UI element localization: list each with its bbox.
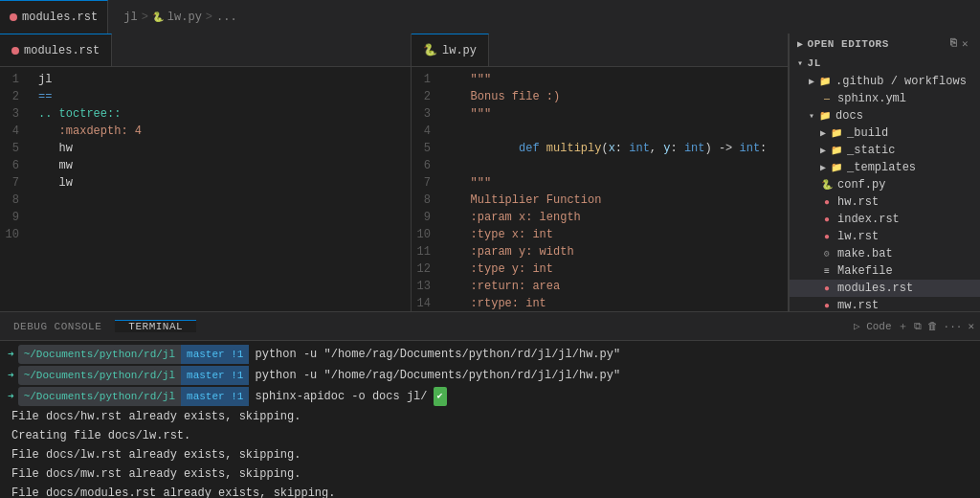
terminal-output-1: File docs/hw.rst already exists, skippin… bbox=[8, 408, 972, 425]
chevron-templates: ▶ bbox=[820, 162, 826, 173]
rst-icon-index: ● bbox=[820, 213, 834, 226]
term-cmd-2: python -u "/home/rag/Documents/python/rd… bbox=[255, 367, 620, 384]
output-line-3: File docs/lw.rst already exists, skippin… bbox=[8, 446, 301, 464]
templates-label: _templates bbox=[847, 161, 916, 174]
green-badge-1: ✔ bbox=[434, 387, 447, 406]
code-line: hw bbox=[38, 140, 403, 157]
rst-icon-modules: ● bbox=[820, 282, 834, 295]
rst-icon-hw: ● bbox=[820, 195, 834, 209]
makefile-docs-label: Makefile bbox=[837, 264, 893, 278]
tab-terminal[interactable]: TERMINAL bbox=[115, 320, 196, 332]
open-editors-section[interactable]: ▶ OPEN EDITORS ⎘ ✕ bbox=[790, 34, 980, 54]
output-line-4: File docs/mw.rst already exists, skippin… bbox=[8, 465, 301, 483]
line-numbers-right: 12345 678910 1112131415 1617 bbox=[412, 67, 442, 311]
makebat-label: make.bat bbox=[837, 247, 893, 260]
sidebar-item-templates[interactable]: ▶ 📁 _templates bbox=[790, 159, 980, 176]
sidebar-item-makebat[interactable]: ⚙ make.bat bbox=[790, 245, 980, 262]
open-editors-label: OPEN EDITORS bbox=[808, 38, 889, 50]
indexrst-label: index.rst bbox=[837, 213, 900, 226]
static-label: _static bbox=[847, 144, 895, 157]
close-panel-icon[interactable]: ✕ bbox=[968, 320, 974, 332]
code-line: """ bbox=[450, 174, 780, 192]
terminal-output-5: File docs/modules.rst already exists, sk… bbox=[8, 485, 972, 498]
sidebar-item-makefile-docs[interactable]: ≡ Makefile bbox=[790, 262, 980, 280]
folder-icon-templates: 📁 bbox=[830, 161, 843, 174]
code-line: .. toctree:: bbox=[38, 105, 403, 123]
prompt-branch-3: master !1 bbox=[181, 387, 249, 406]
sidebar-item-docs[interactable]: ▾ 📁 docs bbox=[790, 107, 980, 124]
sidebar-item-lwrst[interactable]: ● lw.rst bbox=[790, 228, 980, 245]
save-all-icon[interactable]: ⎘ bbox=[950, 37, 958, 50]
tab-debug-console[interactable]: DEBUG CONSOLE bbox=[0, 321, 115, 332]
chevron-docs: ▾ bbox=[809, 110, 814, 122]
editor-tab-label-right: lw.py bbox=[442, 44, 477, 57]
prompt-path-1: ~/Documents/python/rd/jl bbox=[18, 345, 181, 364]
editor-body-right: 12345 678910 1112131415 1617 """ Bonus f… bbox=[412, 67, 788, 311]
sidebar-item-modulesrst[interactable]: ● modules.rst bbox=[790, 280, 980, 297]
code-line: jl bbox=[38, 71, 403, 88]
rst-icon-mw: ● bbox=[820, 299, 834, 311]
sidebar-item-indexrst[interactable]: ● index.rst bbox=[790, 211, 980, 228]
editor-body-left: 12345 678910 jl == .. toctree:: :maxdept… bbox=[0, 67, 411, 311]
arrow-icon-3: ➜ bbox=[8, 388, 14, 405]
arrow-icon-1: ➜ bbox=[8, 346, 14, 363]
breadcrumb-lwpy: lw.py bbox=[167, 11, 202, 24]
breadcrumb-sep1: > bbox=[142, 11, 148, 24]
more-icon[interactable]: ··· bbox=[944, 321, 963, 332]
bottom-tabs-bar: DEBUG CONSOLE TERMINAL ▷ Code ＋ ⧉ 🗑 ··· … bbox=[0, 312, 980, 341]
editor-tab-lwpy[interactable]: 🐍 lw.py bbox=[412, 34, 489, 66]
yaml-icon: — bbox=[820, 92, 834, 105]
python-icon-tab: 🐍 bbox=[423, 43, 437, 57]
close-all-icon[interactable]: ✕ bbox=[962, 37, 969, 50]
bat-icon: ⚙ bbox=[820, 247, 834, 260]
sidebar-item-hwrst[interactable]: ● hw.rst bbox=[790, 193, 980, 211]
code-line: :param x: length bbox=[450, 209, 780, 226]
terminal-content: ➜ ~/Documents/python/rd/jl master !1 pyt… bbox=[0, 341, 980, 498]
code-line: Bonus file :) bbox=[450, 88, 780, 105]
tab-label-left: modules.rst bbox=[22, 11, 98, 24]
term-cmd-3: sphinx-apidoc -o docs jl/ bbox=[255, 388, 427, 405]
editor-tabs-right: 🐍 lw.py bbox=[412, 34, 788, 67]
terminal-label: TERMINAL bbox=[128, 321, 183, 332]
code-dropdown[interactable]: ▷ Code bbox=[854, 320, 892, 332]
github-label: .github / workflows bbox=[835, 75, 967, 88]
tab-modules-rst[interactable]: modules.rst bbox=[0, 0, 108, 34]
breadcrumb-right: jl > 🐍 lw.py > ... bbox=[108, 11, 236, 24]
chevron-static: ▶ bbox=[820, 145, 826, 156]
docs-label: docs bbox=[835, 109, 863, 123]
terminal-toolbar: ▷ Code ＋ ⧉ 🗑 ··· ✕ bbox=[854, 319, 980, 333]
editor-tab-modules-rst[interactable]: modules.rst bbox=[0, 34, 112, 66]
code-line: mw bbox=[38, 157, 403, 174]
sidebar-item-static[interactable]: ▶ 📁 _static bbox=[790, 142, 980, 159]
chevron-github: ▶ bbox=[809, 76, 814, 87]
sidebar-item-sphinx-yml[interactable]: — sphinx.yml bbox=[790, 90, 980, 107]
python-icon-breadcrumb: 🐍 bbox=[152, 11, 164, 23]
code-line: Multiplier Function bbox=[450, 192, 780, 209]
tab-bar: modules.rst jl > 🐍 lw.py > ... bbox=[0, 0, 980, 34]
output-line-2: Creating file docs/lw.rst. bbox=[8, 427, 190, 444]
jl-section[interactable]: ▾ JL bbox=[790, 54, 980, 73]
sidebar-item-confpy[interactable]: 🐍 conf.py bbox=[790, 176, 980, 193]
sidebar-item-build[interactable]: ▶ 📁 _build bbox=[790, 124, 980, 142]
trash-icon[interactable]: 🗑 bbox=[927, 320, 938, 332]
prompt-branch-1: master !1 bbox=[181, 345, 249, 364]
output-line-1: File docs/hw.rst already exists, skippin… bbox=[8, 408, 301, 425]
code-line: def multiply(x: int, y: int) -> int: bbox=[450, 123, 780, 174]
sidebar-item-mwrst[interactable]: ● mw.rst bbox=[790, 297, 980, 311]
terminal-line-2: ➜ ~/Documents/python/rd/jl master !1 pyt… bbox=[8, 366, 972, 385]
code-line: :type y: int bbox=[450, 260, 780, 278]
terminal-output-2: Creating file docs/lw.rst. bbox=[8, 427, 972, 444]
split-terminal-icon[interactable]: ⧉ bbox=[914, 321, 922, 332]
line-numbers-left: 12345 678910 bbox=[0, 67, 31, 311]
rst-icon-left-tab bbox=[11, 47, 19, 55]
prompt-branch-2: master !1 bbox=[181, 366, 249, 385]
code-line: == bbox=[38, 88, 403, 105]
folder-icon-static: 📁 bbox=[830, 144, 843, 157]
folder-icon-github: 📁 bbox=[818, 75, 832, 88]
code-line: :rtype: int bbox=[450, 295, 780, 311]
add-terminal-icon[interactable]: ＋ bbox=[898, 319, 908, 333]
breadcrumb-ellipsis: ... bbox=[216, 11, 237, 24]
chevron-open-editors: ▶ bbox=[797, 38, 804, 50]
prompt-path-3: ~/Documents/python/rd/jl bbox=[18, 387, 181, 406]
sidebar-item-github[interactable]: ▶ 📁 .github / workflows bbox=[790, 73, 980, 90]
